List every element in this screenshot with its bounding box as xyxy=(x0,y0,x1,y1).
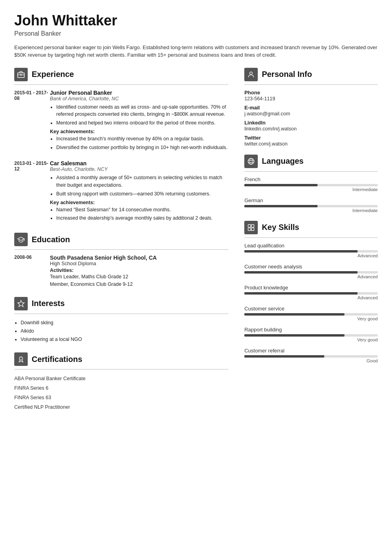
activity-item: Member, Economics Club Grade 9-12 xyxy=(50,281,157,288)
resume-page: John Whittaker Personal Banker Experienc… xyxy=(0,0,392,555)
skill-bar-bg xyxy=(244,355,378,358)
svg-rect-11 xyxy=(248,224,251,227)
exp-bullets: Assisted a monthly average of 50+ custom… xyxy=(56,174,228,197)
education-divider xyxy=(14,249,228,250)
certification-item: Certified NLP Practitioner xyxy=(14,403,228,412)
svg-rect-2 xyxy=(20,74,21,75)
experience-header: Experience xyxy=(14,68,228,81)
skill-item: Customer referral Good xyxy=(244,348,378,363)
svg-rect-13 xyxy=(248,228,251,230)
personal-info-header: Personal Info xyxy=(244,68,378,81)
svg-point-5 xyxy=(19,357,23,360)
language-bar-fill xyxy=(244,205,318,207)
interests-list: Downhill skiingAikidoVolunteering at a l… xyxy=(21,319,228,344)
skill-name: Customer service xyxy=(244,306,378,312)
bullet-item: Built strong rapport with customers—earn… xyxy=(56,190,228,198)
skill-name: Product knowledge xyxy=(244,285,378,291)
exp-dates: 2015-01 - 2017-08 xyxy=(14,90,50,153)
linkedin-value: linkedin.com/in/j.watson xyxy=(244,126,297,132)
certifications-icon xyxy=(14,352,28,366)
interests-section: Interests Downhill skiingAikidoVolunteer… xyxy=(14,297,228,344)
skill-level: Advanced xyxy=(244,274,378,279)
interests-icon xyxy=(14,297,28,310)
skill-bar-bg xyxy=(244,271,378,274)
education-icon xyxy=(14,233,28,246)
certification-item: FINRA Series 63 xyxy=(14,393,228,403)
exp-content: Junior Personal Banker Bank of America, … xyxy=(50,90,228,153)
certification-item: ABA Personal Banker Certificate xyxy=(14,374,228,384)
skill-level: Advanced xyxy=(244,253,378,258)
key-skills-section: Key Skills Lead qualification Advanced C… xyxy=(244,221,378,363)
bullet-item: Identified customer needs as well as cro… xyxy=(56,103,228,119)
language-item: French Intermediate xyxy=(244,176,378,192)
languages-title: Languages xyxy=(262,157,304,166)
experience-section: Experience 2015-01 - 2017-08 Junior Pers… xyxy=(14,68,228,224)
certifications-header: Certifications xyxy=(14,352,228,366)
exp-dates: 2013-01 - 2015-12 xyxy=(14,160,50,224)
skill-level: Good xyxy=(244,358,378,363)
left-column: Experience 2015-01 - 2017-08 Junior Pers… xyxy=(14,68,240,539)
achievement-item: Increased the dealership's average month… xyxy=(56,214,228,222)
skill-item: Customer needs analysis Advanced xyxy=(244,264,378,279)
key-skills-title: Key Skills xyxy=(262,223,299,232)
achievement-item: Diversified the customer portfolio by br… xyxy=(56,144,228,151)
skill-bar-fill xyxy=(244,313,344,316)
exp-title: Junior Personal Banker xyxy=(50,90,228,96)
skill-bar-fill xyxy=(244,250,358,253)
skill-bar-bg xyxy=(244,334,378,337)
svg-point-7 xyxy=(248,158,254,164)
skill-item: Rapport building Very good xyxy=(244,327,378,342)
interest-item: Volunteering at a local NGO xyxy=(21,335,228,344)
personal-info-title: Personal Info xyxy=(262,70,312,79)
skills-list: Lead qualification Advanced Customer nee… xyxy=(244,243,378,363)
edu-school: South Pasadena Senior High School, CA xyxy=(50,255,157,261)
skill-bar-fill xyxy=(244,271,358,274)
exp-bullets: Identified customer needs as well as cro… xyxy=(56,103,228,127)
education-title: Education xyxy=(32,235,70,244)
email-item: E-mail j.watson@gmail.com xyxy=(244,105,378,117)
right-column: Personal Info Phone 123-564-1119 E-mail … xyxy=(240,68,378,539)
exp-company: Best-Auto, Charlotte, NCY xyxy=(50,166,228,172)
edu-degree: High School Diploma xyxy=(50,261,157,266)
language-level: Intermediate xyxy=(244,187,378,192)
phone-value: 123-564-1119 xyxy=(244,96,275,101)
exp-achievements: Increased the branch's monthly revenue b… xyxy=(56,135,228,151)
skill-item: Lead qualification Advanced xyxy=(244,243,378,258)
certification-item: FINRA Series 6 xyxy=(14,384,228,393)
skill-level: Very good xyxy=(244,316,378,321)
svg-marker-4 xyxy=(18,300,25,306)
languages-icon xyxy=(244,155,258,168)
language-bar-bg xyxy=(244,184,378,186)
skill-level: Very good xyxy=(244,337,378,342)
certifications-list: ABA Personal Banker CertificateFINRA Ser… xyxy=(14,374,228,412)
skill-bar-fill xyxy=(244,355,324,358)
language-name: German xyxy=(244,197,378,203)
edu-dates: 2008-06 xyxy=(14,255,50,288)
svg-point-8 xyxy=(250,158,253,164)
key-skills-divider xyxy=(244,237,378,238)
skill-bar-bg xyxy=(244,292,378,295)
key-skills-header: Key Skills xyxy=(244,221,378,234)
summary-text: Experienced personal banker eager to joi… xyxy=(14,44,378,59)
achievements-label: Key achievements: xyxy=(50,129,228,134)
twitter-item: Twitter twitter.com/j.watson xyxy=(244,135,378,147)
skill-bar-bg xyxy=(244,250,378,253)
job-title: Personal Banker xyxy=(14,30,378,37)
skill-item: Customer service Very good xyxy=(244,306,378,321)
skill-name: Rapport building xyxy=(244,327,378,333)
candidate-name: John Whittaker xyxy=(14,13,378,29)
personal-info-section: Personal Info Phone 123-564-1119 E-mail … xyxy=(244,68,378,147)
education-item: 2008-06 South Pasadena Senior High Schoo… xyxy=(14,255,228,288)
experience-item: 2013-01 - 2015-12 Car Salesman Best-Auto… xyxy=(14,160,228,224)
interests-header: Interests xyxy=(14,297,228,310)
language-name: French xyxy=(244,176,378,182)
svg-rect-12 xyxy=(251,224,254,227)
education-header: Education xyxy=(14,233,228,246)
skill-name: Customer needs analysis xyxy=(244,264,378,270)
edu-content: South Pasadena Senior High School, CA Hi… xyxy=(50,255,157,288)
interests-divider xyxy=(14,314,228,314)
languages-divider xyxy=(244,171,378,172)
language-bar-bg xyxy=(244,205,378,207)
interests-title: Interests xyxy=(32,299,65,308)
skill-bar-fill xyxy=(244,292,358,295)
